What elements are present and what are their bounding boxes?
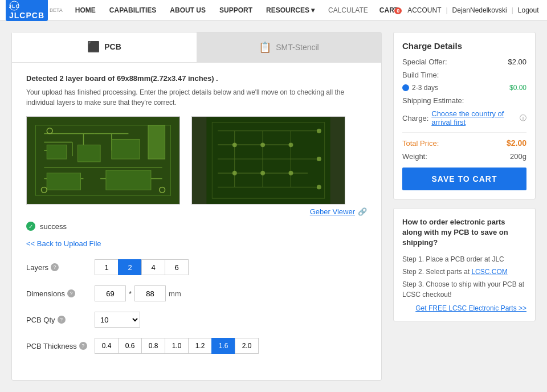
shipping-charge-label: Charge: — [402, 114, 428, 122]
pcb-image-left — [26, 116, 180, 205]
shipping-charge-row: Charge: Choose the country of arrival fi… — [402, 109, 526, 126]
thick-btn-2.0[interactable]: 2.0 — [235, 338, 259, 354]
nav-resources[interactable]: RESOURCES ▾ — [259, 0, 321, 21]
svg-point-37 — [260, 171, 265, 175]
order-parts-title: How to order electronic parts along with… — [402, 217, 526, 248]
svg-rect-19 — [148, 125, 165, 159]
nav-about[interactable]: ABOUT US — [163, 0, 213, 21]
success-row: ✓ success — [26, 222, 367, 231]
layer-btn-4[interactable]: 4 — [141, 259, 165, 275]
right-panel: Charge Details Special Offer: $2.00 Buil… — [393, 32, 536, 381]
layer-btn-1[interactable]: 1 — [95, 259, 119, 275]
total-label: Total Price: — [402, 139, 439, 148]
save-to-cart-button[interactable]: SAVE TO CART — [402, 168, 526, 190]
charge-box: Charge Details Special Offer: $2.00 Buil… — [393, 32, 536, 199]
special-offer-label: Special Offer: — [402, 58, 447, 66]
dimension-separator: * — [126, 289, 134, 298]
thick-btn-0.4[interactable]: 0.4 — [95, 338, 119, 354]
lcsc-link[interactable]: LCSC.COM — [471, 268, 507, 276]
svg-rect-14 — [47, 145, 67, 159]
svg-rect-17 — [47, 173, 80, 190]
order-parts-box: How to order electronic parts along with… — [393, 208, 536, 321]
dimensions-row: Dimensions ? * mm — [26, 285, 367, 301]
pcb-qty-info-icon[interactable]: ? — [58, 316, 66, 324]
smt-icon: 📋 — [259, 41, 271, 54]
pcb-image-right — [191, 116, 345, 205]
logo[interactable]: JLC JLCPCB BETA — [6, 0, 63, 21]
geber-viewer-link[interactable]: Geber Viewer — [310, 207, 355, 216]
order-step-3: Step 3. Choose to ship with your PCB at … — [402, 279, 526, 300]
shipping-row: Shipping Estimate: — [402, 96, 526, 105]
username[interactable]: DejanNedelkovski — [452, 6, 507, 14]
dimensions-info-icon[interactable]: ? — [67, 289, 75, 297]
thick-btn-1.2[interactable]: 1.2 — [188, 338, 212, 354]
layer-btn-2[interactable]: 2 — [118, 259, 142, 275]
shipping-label: Shipping Estimate: — [402, 96, 464, 105]
svg-point-41 — [317, 185, 321, 189]
build-time-option: 2-3 days — [412, 84, 438, 92]
choose-country-link[interactable]: Choose the country of arrival first — [431, 109, 517, 126]
tab-smt[interactable]: 📋 SMT-Stencil — [197, 32, 381, 62]
svg-rect-15 — [78, 145, 100, 162]
charge-title: Charge Details — [402, 41, 526, 51]
navbar: JLC JLCPCB BETA HOME CAPABILITIES ABOUT … — [0, 0, 547, 21]
tab-bar: ⬛ PCB 📋 SMT-Stencil — [12, 32, 381, 63]
special-offer-row: Special Offer: $2.00 — [402, 58, 526, 66]
total-row: Total Price: $2.00 — [402, 138, 526, 148]
svg-rect-18 — [106, 170, 151, 190]
nav-cart[interactable]: CART 0 — [375, 6, 403, 14]
tab-pcb[interactable]: ⬛ PCB — [12, 32, 197, 62]
svg-point-34 — [260, 142, 265, 147]
chevron-down-icon: ▾ — [311, 6, 315, 14]
special-offer-value: $2.00 — [508, 58, 526, 66]
dimension-height-input[interactable] — [134, 285, 166, 301]
nav-account: ACCOUNT | DejanNedelkovski | Logout — [403, 6, 543, 14]
layers-info-icon[interactable]: ? — [51, 263, 59, 271]
build-time-value: $0.00 — [509, 84, 526, 92]
pcb-thickness-row: PCB Thickness ? 0.4 0.6 0.8 1.0 1.2 1.6 … — [26, 338, 367, 354]
detected-text: Detected 2 layer board of 69x88mm(2.72x3… — [26, 74, 367, 83]
upload-note: Your upload has finished processing. Ent… — [26, 87, 367, 108]
main-wrap: ⬛ PCB 📋 SMT-Stencil Detected 2 layer boa… — [0, 21, 547, 392]
nav-capabilities[interactable]: CAPABILITIES — [103, 0, 163, 21]
svg-point-36 — [232, 171, 237, 175]
build-time-sub-row: 2-3 days $0.00 — [402, 84, 526, 92]
svg-text:JLC: JLC — [9, 3, 19, 9]
pcb-qty-select[interactable]: 5 10 15 20 25 30 50 100 — [95, 312, 140, 328]
build-time-row: Build Time: — [402, 71, 526, 79]
thick-btn-1.0[interactable]: 1.0 — [165, 338, 189, 354]
divider — [402, 132, 526, 133]
layer-btn-6[interactable]: 6 — [165, 259, 189, 275]
weight-value: 200g — [510, 152, 526, 161]
pcb-qty-row: PCB Qty ? 5 10 15 20 25 30 50 100 — [26, 312, 367, 328]
pcb-svg-right — [192, 117, 345, 204]
nav-calculate[interactable]: CALCULATE — [321, 0, 375, 21]
thick-btn-0.6[interactable]: 0.6 — [118, 338, 142, 354]
weight-row: Weight: 200g — [402, 152, 526, 161]
shipping-info-icon: ⓘ — [520, 113, 526, 123]
nav-home[interactable]: HOME — [68, 0, 103, 21]
left-panel: ⬛ PCB 📋 SMT-Stencil Detected 2 layer boa… — [11, 32, 382, 381]
pcb-qty-label: PCB Qty ? — [26, 316, 95, 324]
svg-point-38 — [289, 171, 293, 175]
pcb-thickness-info-icon[interactable]: ? — [79, 342, 87, 350]
logo-text: JLC JLCPCB — [6, 0, 48, 21]
pcb-qty-dropdown[interactable]: 5 10 15 20 25 30 50 100 — [95, 312, 140, 327]
logout-link[interactable]: Logout — [518, 6, 539, 14]
free-parts-link[interactable]: Get FREE LCSC Electronic Parts >> — [402, 304, 526, 312]
svg-point-33 — [232, 142, 237, 147]
account-label[interactable]: ACCOUNT — [407, 6, 441, 14]
thick-btn-0.8[interactable]: 0.8 — [141, 338, 165, 354]
account-separator: | — [446, 6, 447, 14]
thick-btn-1.6[interactable]: 1.6 — [211, 338, 235, 354]
dimension-unit: mm — [169, 289, 181, 298]
radio-dot — [402, 84, 409, 91]
thickness-buttons: 0.4 0.6 0.8 1.0 1.2 1.6 2.0 — [95, 338, 259, 354]
dimension-width-input[interactable] — [95, 285, 126, 301]
nav-support[interactable]: SUPPORT — [213, 0, 259, 21]
back-link[interactable]: << Back to Upload File — [26, 239, 101, 248]
layer-buttons: 1 2 4 6 — [95, 259, 189, 275]
order-step-2: Step 2. Select parts at LCSC.COM — [402, 267, 526, 277]
geber-viewer-row: Geber Viewer 🔗 — [26, 207, 367, 216]
cart-badge: 0 — [394, 7, 402, 14]
